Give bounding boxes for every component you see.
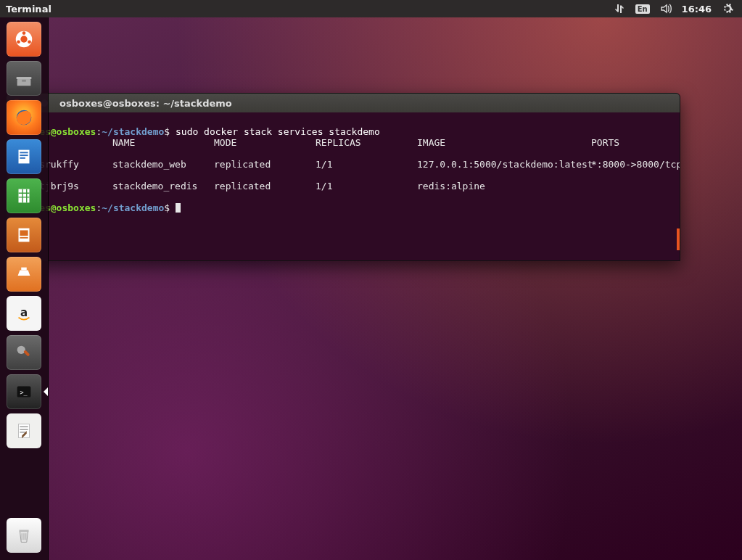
terminal-window: osboxes@osboxes: ~/stackdemo osboxes@osb… (6, 93, 680, 261)
launcher-firefox[interactable] (7, 100, 41, 135)
svg-point-4 (28, 40, 31, 44)
table-row: cxyp7srukffystackdemo_webreplicated1/112… (11, 159, 675, 170)
terminal-window-title: osboxes@osboxes: ~/stackdemo (54, 98, 232, 109)
top-menubar: Terminal En 16:46 (0, 0, 742, 17)
launcher-settings[interactable] (7, 335, 41, 370)
terminal-body[interactable]: osboxes@osboxes:~/stackdemo$ sudo docker… (7, 112, 680, 260)
launcher-impress[interactable] (7, 218, 41, 252)
svg-rect-13 (19, 189, 30, 203)
menubar-app-title: Terminal (0, 4, 51, 15)
svg-point-3 (17, 40, 20, 44)
svg-rect-12 (20, 157, 25, 159)
svg-text:a: a (20, 306, 28, 319)
prompt-path: ~/stackdemo (102, 126, 164, 137)
launcher-files[interactable] (7, 61, 41, 96)
svg-rect-20 (23, 350, 30, 356)
clock[interactable]: 16:46 (682, 4, 712, 15)
launcher-texteditor[interactable] (7, 413, 41, 448)
prompt-path: ~/stackdemo (102, 202, 164, 213)
prompt-end: $ (164, 202, 170, 213)
svg-rect-11 (20, 155, 28, 156)
volume-icon[interactable] (660, 3, 672, 15)
gear-icon[interactable] (722, 3, 733, 15)
terminal-cursor (176, 203, 181, 213)
scrollbar-thumb[interactable] (677, 228, 680, 250)
svg-point-1 (20, 36, 27, 42)
keyboard-indicator[interactable]: En (635, 4, 650, 14)
launcher-dash[interactable] (7, 22, 41, 57)
svg-point-19 (17, 346, 25, 354)
launcher-calc[interactable] (7, 178, 41, 213)
svg-text:>_: >_ (20, 389, 28, 396)
launcher: a >_ (0, 17, 49, 560)
launcher-amazon[interactable]: a (7, 296, 41, 331)
network-icon[interactable] (614, 3, 625, 15)
svg-point-2 (22, 31, 26, 35)
table-row: z0i2rtjbrj9sstackdemo_redisreplicated1/1… (11, 181, 675, 192)
terminal-titlebar[interactable]: osboxes@osboxes: ~/stackdemo (7, 94, 680, 112)
svg-rect-15 (20, 230, 28, 236)
svg-rect-17 (21, 268, 27, 271)
prompt-end: $ (164, 126, 170, 137)
terminal-command: sudo docker stack services stackdemo (176, 126, 380, 137)
launcher-terminal[interactable]: >_ (7, 374, 41, 409)
launcher-trash[interactable] (7, 518, 41, 553)
svg-rect-7 (22, 80, 26, 82)
svg-rect-5 (17, 77, 32, 79)
svg-rect-10 (20, 152, 28, 153)
svg-rect-16 (20, 237, 28, 239)
launcher-writer[interactable] (7, 139, 41, 174)
launcher-software[interactable] (7, 257, 41, 292)
table-header: IDNAMEMODEREPLICASIMAGEPORTS (11, 137, 675, 148)
system-tray: En 16:46 (614, 3, 742, 15)
svg-rect-24 (19, 530, 28, 532)
